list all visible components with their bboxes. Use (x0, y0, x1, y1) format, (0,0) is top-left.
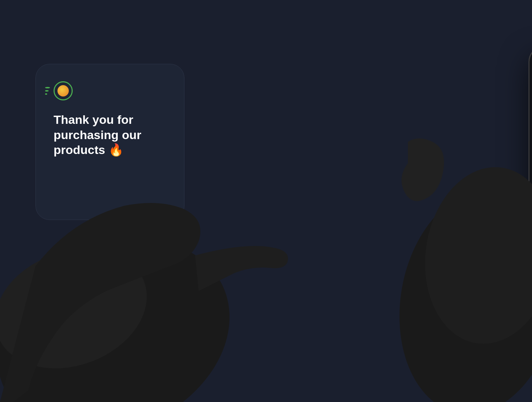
phone-mockup: 9:41 ▪▪▪ Deliver to (528, 46, 532, 287)
logo-dots (45, 87, 50, 95)
svg-point-4 (0, 228, 164, 389)
logo-dot-1 (45, 87, 50, 88)
title-line-3: products 🔥 (54, 143, 123, 156)
svg-point-6 (414, 159, 532, 352)
logo-dot-3 (45, 93, 47, 95)
app-header: Deliver to Times Square ▾ (530, 57, 532, 76)
status-bar: 9:41 ▪▪▪ (530, 47, 532, 57)
app-logo (54, 80, 75, 101)
svg-point-5 (382, 176, 532, 402)
logo-inner-circle (57, 85, 69, 97)
svg-point-3 (0, 203, 262, 402)
thank-you-card: Thank you for purchasing our products 🔥 (35, 64, 184, 220)
phone-screen: 9:41 ▪▪▪ Deliver to (530, 47, 532, 286)
special-offers-header: Special Offers See All (530, 93, 532, 101)
bottom-nav: 🏠 Home 📋 Orders 💬 Message 🎟 E-Wallet 👤 (530, 265, 532, 286)
logo-icon (54, 80, 75, 101)
discount-section: Discount Guaranteed! 👌 See All PROMO 🥗 P… (530, 205, 532, 242)
logo-outer-ring (54, 81, 73, 100)
logo-dot-2 (45, 90, 49, 92)
title-line-1: Thank you for (54, 113, 133, 126)
food-categories: 🍔 Hamburger 🍕 Pizza 🍜 Noodles 🍗 Meat 🥗 (530, 149, 532, 205)
title-line-2: purchasing our (54, 128, 141, 142)
card-title: Thank you for purchasing our products 🔥 (54, 112, 141, 158)
